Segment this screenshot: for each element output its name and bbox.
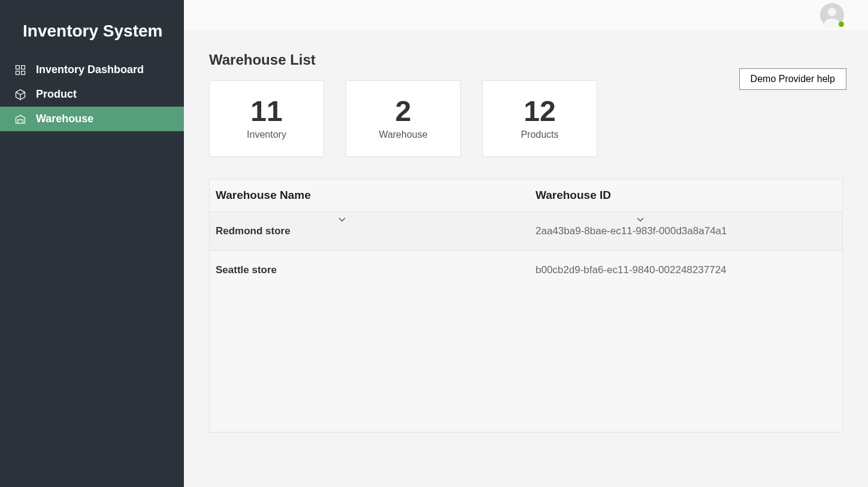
page-title: Warehouse List xyxy=(209,52,843,68)
cell-warehouse-name: Redmond store xyxy=(216,225,536,237)
product-icon xyxy=(14,89,26,101)
content: Warehouse List Demo Provider help 11 Inv… xyxy=(184,30,868,487)
sidebar-item-label: Warehouse xyxy=(36,113,93,125)
stat-cards: 11 Inventory 2 Warehouse 12 Products xyxy=(209,80,843,157)
stat-value: 2 xyxy=(395,97,412,126)
column-label: Warehouse ID xyxy=(536,189,611,201)
dashboard-icon xyxy=(14,64,26,76)
cell-warehouse-name: Seattle store xyxy=(216,264,536,276)
stat-value: 12 xyxy=(524,97,555,126)
stat-label: Inventory xyxy=(247,129,286,140)
svg-rect-3 xyxy=(22,71,25,74)
svg-point-5 xyxy=(828,8,836,16)
sidebar-item-inventory-dashboard[interactable]: Inventory Dashboard xyxy=(0,58,184,82)
warehouse-table: Warehouse Name Warehouse ID Redmond stor… xyxy=(209,179,843,432)
stat-card-products: 12 Products xyxy=(482,80,597,157)
column-header-name[interactable]: Warehouse Name xyxy=(216,189,536,202)
stat-card-warehouse: 2 Warehouse xyxy=(346,80,461,157)
svg-rect-1 xyxy=(22,65,25,69)
table-body: Redmond store 2aa43ba9-8bae-ec11-983f-00… xyxy=(210,211,842,289)
sidebar: Inventory System Inventory Dashboard Pro… xyxy=(0,0,184,487)
stat-label: Products xyxy=(521,129,558,140)
table-header: Warehouse Name Warehouse ID xyxy=(210,179,842,211)
chevron-down-icon xyxy=(338,215,346,225)
app-title: Inventory System xyxy=(0,0,184,58)
sidebar-item-label: Inventory Dashboard xyxy=(36,63,144,76)
demo-provider-help-button[interactable]: Demo Provider help xyxy=(739,68,846,90)
stat-label: Warehouse xyxy=(379,129,427,140)
chevron-down-icon xyxy=(636,215,645,225)
stat-value: 11 xyxy=(250,97,282,126)
column-label: Warehouse Name xyxy=(216,189,311,201)
sidebar-item-label: Product xyxy=(36,88,77,101)
svg-rect-2 xyxy=(16,71,20,74)
cell-warehouse-id: b00cb2d9-bfa6-ec11-9840-002248237724 xyxy=(536,264,836,276)
status-dot xyxy=(839,22,844,27)
cell-warehouse-id: 2aa43ba9-8bae-ec11-983f-000d3a8a74a1 xyxy=(536,225,836,237)
warehouse-icon xyxy=(14,113,26,125)
table-row[interactable]: Redmond store 2aa43ba9-8bae-ec11-983f-00… xyxy=(210,211,842,250)
svg-rect-0 xyxy=(16,65,20,69)
avatar[interactable] xyxy=(820,3,844,27)
sidebar-item-product[interactable]: Product xyxy=(0,82,184,107)
main: Warehouse List Demo Provider help 11 Inv… xyxy=(184,0,868,487)
table-row[interactable]: Seattle store b00cb2d9-bfa6-ec11-9840-00… xyxy=(210,250,842,289)
column-header-id[interactable]: Warehouse ID xyxy=(536,189,836,202)
sidebar-item-warehouse[interactable]: Warehouse xyxy=(0,107,184,131)
topbar xyxy=(184,0,868,30)
stat-card-inventory: 11 Inventory xyxy=(209,80,324,157)
